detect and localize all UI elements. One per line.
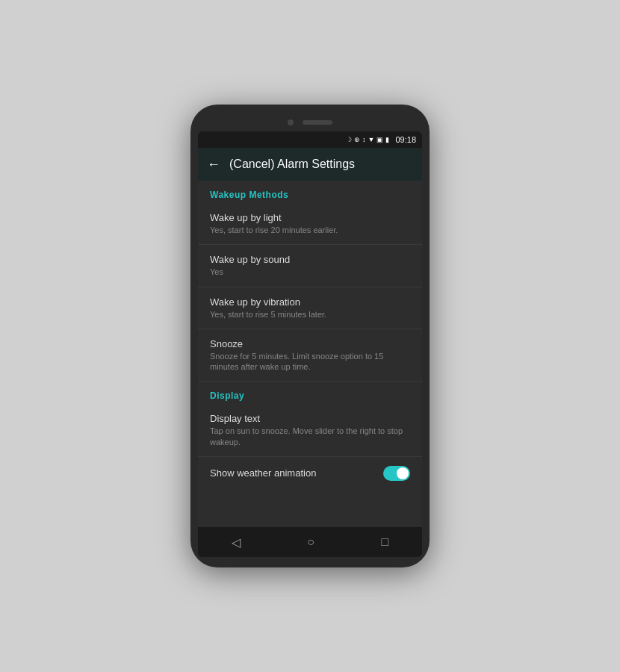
settings-list: Wakeup Methods Wake up by light Yes, sta… [198,181,422,527]
toolbar-title: (Cancel) Alarm Settings [229,158,355,171]
setting-label-sound: Wake up by sound [210,254,410,265]
phone-device: ☽ ⊕ ↕ ▼ ▣ ▮ 09:18 ← (Cancel) Alarm Setti… [190,105,430,567]
status-time: 09:18 [395,135,416,144]
nav-recent-button[interactable]: □ [370,529,401,555]
setting-item-display-text[interactable]: Display text Tap on sun to snooze. Move … [198,404,422,457]
phone-speaker [303,120,332,125]
status-bar: ☽ ⊕ ↕ ▼ ▣ ▮ 09:18 [198,131,422,148]
wifi-icon: ▼ [368,136,375,143]
setting-text-snooze: Snooze Snooze for 5 minutes. Limit snooz… [210,338,410,373]
phone-top-bar [198,115,422,131]
setting-label-display-text: Display text [210,413,410,424]
setting-value-snooze: Snooze for 5 minutes. Limit snooze optio… [210,351,410,373]
crescent-icon: ☽ [346,136,352,143]
setting-item-weather-animation[interactable]: Show weather animation [198,457,422,490]
nav-bar: ◁ ○ □ [198,527,422,557]
signal-icon: ▣ [376,136,383,143]
setting-value-light: Yes, start to rise 20 minutes earlier. [210,225,410,235]
nav-back-button[interactable]: ◁ [220,529,252,556]
battery-icon: ▮ [385,136,389,143]
phone-screen: ☽ ⊕ ↕ ▼ ▣ ▮ 09:18 ← (Cancel) Alarm Setti… [198,131,422,557]
setting-label-snooze: Snooze [210,338,410,349]
setting-item-light[interactable]: Wake up by light Yes, start to rise 20 m… [198,203,422,245]
setting-value-display-text: Tap on sun to snooze. Move slider to the… [210,426,410,447]
section-header-wakeup: Wakeup Methods [198,181,422,203]
setting-text-display-text: Display text Tap on sun to snooze. Move … [210,413,410,447]
setting-text-light: Wake up by light Yes, start to rise 20 m… [210,212,410,235]
section-header-display: Display [198,382,422,404]
setting-text-sound: Wake up by sound Yes [210,254,410,277]
app-toolbar: ← (Cancel) Alarm Settings [198,148,422,181]
setting-text-vibration: Wake up by vibration Yes, start to rise … [210,296,410,320]
setting-label-light: Wake up by light [210,212,410,223]
setting-label-vibration: Wake up by vibration [210,296,410,308]
setting-label-weather-animation: Show weather animation [210,467,383,479]
back-button[interactable]: ← [207,157,220,172]
setting-value-sound: Yes [210,267,410,277]
setting-item-snooze[interactable]: Snooze Snooze for 5 minutes. Limit snooz… [198,329,422,382]
toggle-weather-animation[interactable] [383,466,410,481]
arrows-icon: ↕ [362,136,366,143]
setting-text-weather-animation: Show weather animation [210,467,383,480]
plus-circle-icon: ⊕ [354,136,360,143]
phone-camera [288,119,294,125]
setting-value-vibration: Yes, start to rise 5 minutes later. [210,309,410,320]
status-icons: ☽ ⊕ ↕ ▼ ▣ ▮ [346,136,389,143]
nav-home-button[interactable]: ○ [295,529,326,555]
setting-item-sound[interactable]: Wake up by sound Yes [198,245,422,287]
setting-item-vibration[interactable]: Wake up by vibration Yes, start to rise … [198,287,422,329]
